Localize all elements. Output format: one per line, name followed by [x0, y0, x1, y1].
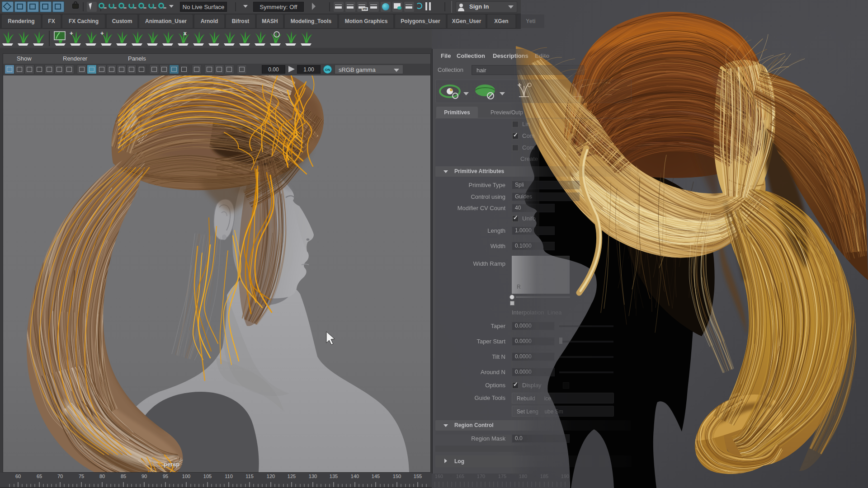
svg-text:105: 105 — [203, 474, 212, 479]
svg-text:115: 115 — [245, 474, 254, 479]
svg-text:130: 130 — [309, 474, 317, 479]
svg-text:155: 155 — [414, 474, 422, 479]
svg-text:75: 75 — [79, 474, 84, 479]
svg-text:65: 65 — [37, 474, 42, 479]
svg-text:80: 80 — [99, 474, 105, 479]
svg-text:+: + — [100, 30, 104, 37]
svg-text:165: 165 — [456, 474, 464, 479]
svg-text:100: 100 — [182, 474, 190, 479]
svg-text:90: 90 — [142, 474, 147, 479]
svg-text:60: 60 — [15, 474, 21, 479]
svg-text:160: 160 — [435, 474, 443, 479]
svg-text:110: 110 — [225, 474, 233, 479]
svg-text:125: 125 — [288, 474, 296, 479]
svg-text:85: 85 — [121, 474, 126, 479]
svg-text:175: 175 — [498, 474, 506, 479]
svg-text:190: 190 — [561, 474, 569, 479]
svg-text:x: x — [184, 30, 187, 37]
svg-text:140: 140 — [351, 474, 359, 479]
svg-text:+: + — [70, 30, 73, 37]
svg-text:95: 95 — [163, 474, 168, 479]
svg-text:150: 150 — [393, 474, 401, 479]
svg-text:135: 135 — [330, 474, 338, 479]
svg-text:persp: persp — [164, 461, 179, 468]
svg-text:120: 120 — [267, 474, 275, 479]
svg-text:170: 170 — [477, 474, 485, 479]
svg-text:185: 185 — [540, 474, 548, 479]
svg-text:180: 180 — [519, 474, 527, 479]
svg-text:70: 70 — [57, 474, 63, 479]
svg-text:145: 145 — [372, 474, 380, 479]
